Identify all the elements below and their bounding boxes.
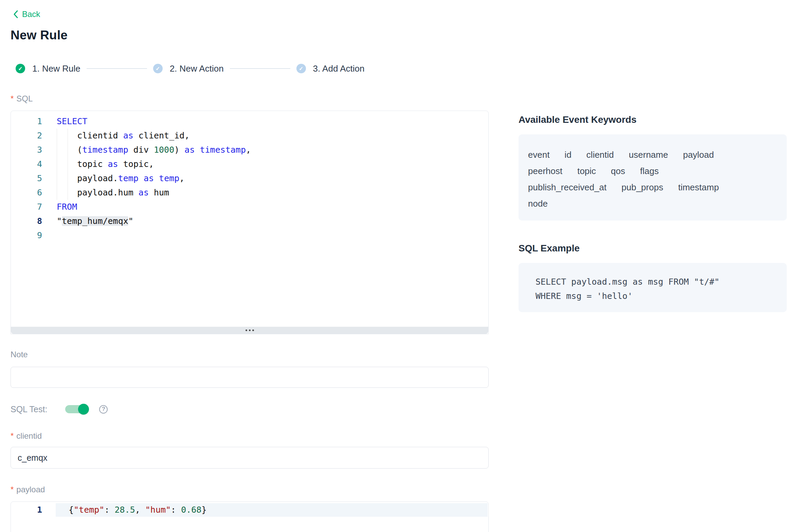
resize-dot <box>246 329 247 331</box>
code-text: payload.hum as hum <box>57 186 169 200</box>
sql-test-toggle[interactable] <box>65 405 88 413</box>
code-line[interactable]: 5 payload.temp as temp, <box>11 171 488 186</box>
keyword-row: node <box>528 195 776 212</box>
code-text: {"temp": 28.5, "hum": 0.68} <box>69 503 206 517</box>
line-number: 6 <box>11 186 47 200</box>
sql-field-label: *SQL <box>11 94 489 103</box>
payload-field-label: *payload <box>11 485 489 494</box>
keyword-item: event <box>528 147 550 163</box>
required-asterisk: * <box>11 94 14 103</box>
payload-editor-content[interactable]: 1{"temp": 28.5, "hum": 0.68} <box>11 502 488 517</box>
line-number: 8 <box>11 214 47 228</box>
keyword-item: peerhost <box>528 163 562 179</box>
line-number: 5 <box>11 171 47 186</box>
keyword-row: publish_received_atpub_propstimestamp <box>528 179 776 195</box>
code-line[interactable]: 1SELECT <box>11 114 488 129</box>
step-check-icon: ✓ <box>153 64 163 73</box>
keyword-item: timestamp <box>678 179 719 195</box>
sql-example-box: SELECT payload.msg as msg FROM "t/#" WHE… <box>519 263 787 312</box>
chevron-left-icon <box>13 10 19 19</box>
note-field-label: Note <box>11 350 489 359</box>
keyword-item: username <box>629 147 668 163</box>
keyword-item: node <box>528 195 548 212</box>
payload-code-editor[interactable]: 1{"temp": 28.5, "hum": 0.68} <box>11 501 489 532</box>
page-title: New Rule <box>11 28 489 42</box>
code-text: topic as topic, <box>57 157 154 171</box>
sql-editor-content[interactable]: 1SELECT2 clientid as client_id,3 (timest… <box>11 111 488 327</box>
code-text: "temp_hum/emqx" <box>57 214 133 228</box>
keywords-heading: Available Event Keywords <box>519 114 787 125</box>
code-line[interactable]: 2 clientid as client_id, <box>11 129 488 143</box>
stepper-step-3[interactable]: ✓3. Add Action <box>296 63 365 74</box>
keyword-item: flags <box>640 163 659 179</box>
keyword-item: topic <box>577 163 596 179</box>
toggle-knob <box>78 404 89 415</box>
code-text: FROM <box>57 200 77 214</box>
keyword-item: qos <box>611 163 625 179</box>
rule-form-column: Back New Rule ✓1. New Rule✓2. New Action… <box>11 0 489 532</box>
step-check-icon: ✓ <box>16 64 25 73</box>
stepper-step-2[interactable]: ✓2. New Action <box>153 63 224 74</box>
sql-example-heading: SQL Example <box>519 243 787 254</box>
help-panel: Available Event Keywords eventidclientid… <box>519 114 787 312</box>
step-connector-line <box>230 68 290 69</box>
code-line[interactable]: 4 topic as topic, <box>11 157 488 171</box>
clientid-input[interactable] <box>11 447 489 469</box>
required-asterisk: * <box>11 431 14 440</box>
keyword-item: payload <box>683 147 714 163</box>
note-input[interactable] <box>11 367 489 388</box>
step-label: 2. New Action <box>170 63 224 74</box>
code-text: payload.temp as temp, <box>57 171 184 186</box>
line-number: 1 <box>11 503 47 517</box>
line-number: 2 <box>11 129 47 143</box>
code-line[interactable]: 7FROM <box>11 200 488 214</box>
line-number: 1 <box>11 114 47 129</box>
keyword-item: clientid <box>586 147 614 163</box>
code-text: SELECT <box>57 114 87 129</box>
code-text: (timestamp div 1000) as timestamp, <box>57 143 251 157</box>
keyword-item: publish_received_at <box>528 179 606 195</box>
step-connector-line <box>87 68 147 69</box>
keyword-row: eventidclientidusernamepayload <box>528 147 776 163</box>
code-text: clientid as client_id, <box>57 129 189 143</box>
keyword-row: peerhosttopicqosflags <box>528 163 776 179</box>
back-label: Back <box>22 10 40 19</box>
line-number: 9 <box>11 228 47 243</box>
step-check-icon: ✓ <box>296 64 306 73</box>
sql-code-editor[interactable]: 1SELECT2 clientid as client_id,3 (timest… <box>11 111 489 334</box>
sql-test-label: SQL Test: <box>11 404 47 414</box>
resize-dot <box>249 329 251 331</box>
line-number: 4 <box>11 157 47 171</box>
step-label: 3. Add Action <box>313 63 365 74</box>
code-line[interactable]: 1{"temp": 28.5, "hum": 0.68} <box>11 503 488 517</box>
required-asterisk: * <box>11 485 14 494</box>
stepper-step-1[interactable]: ✓1. New Rule <box>16 63 80 74</box>
clientid-field-label: *clientid <box>11 431 489 441</box>
resize-dot <box>252 329 254 331</box>
step-label: 1. New Rule <box>32 63 80 74</box>
sql-test-row: SQL Test: ? <box>11 403 489 415</box>
back-link[interactable]: Back <box>13 10 40 19</box>
wizard-stepper: ✓1. New Rule✓2. New Action✓3. Add Action <box>11 63 489 74</box>
keyword-item: id <box>565 147 571 163</box>
keywords-box: eventidclientidusernamepayloadpeerhostto… <box>519 134 787 221</box>
sql-example-code: SELECT payload.msg as msg FROM "t/#" WHE… <box>535 275 777 303</box>
code-line[interactable]: 9 <box>11 228 488 243</box>
editor-resize-handle[interactable] <box>11 327 488 334</box>
line-number: 3 <box>11 143 47 157</box>
new-rule-page: Back New Rule ✓1. New Rule✓2. New Action… <box>0 0 800 532</box>
keyword-item: pub_props <box>621 179 663 195</box>
line-number: 7 <box>11 200 47 214</box>
code-line[interactable]: 3 (timestamp div 1000) as timestamp, <box>11 143 488 157</box>
help-icon[interactable]: ? <box>99 405 108 414</box>
code-line[interactable]: 6 payload.hum as hum <box>11 186 488 200</box>
code-line[interactable]: 8"temp_hum/emqx" <box>11 214 488 228</box>
